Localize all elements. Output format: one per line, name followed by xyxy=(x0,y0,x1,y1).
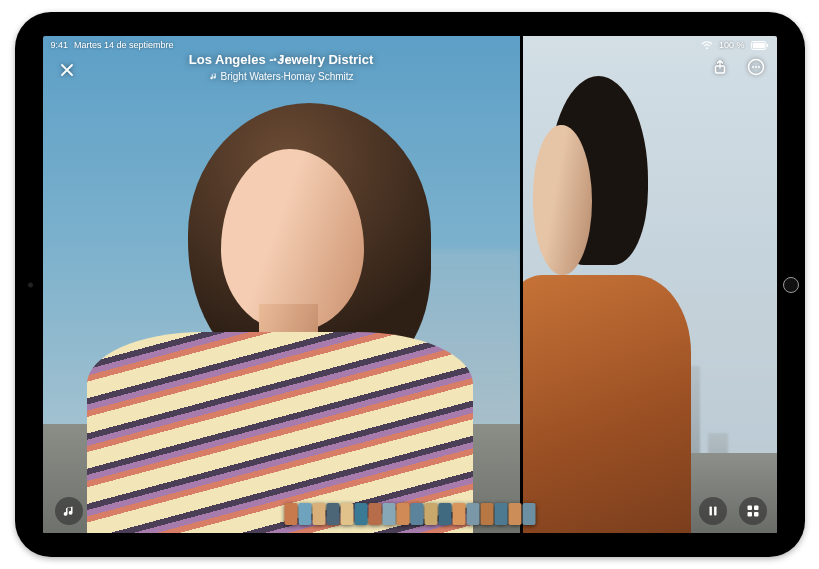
pause-button[interactable] xyxy=(699,497,727,525)
svg-point-3 xyxy=(755,66,757,68)
front-camera-dot xyxy=(28,282,33,287)
close-button[interactable] xyxy=(55,58,79,82)
grid-button[interactable] xyxy=(739,497,767,525)
svg-rect-14 xyxy=(766,44,768,47)
svg-rect-10 xyxy=(754,512,759,517)
home-button[interactable] xyxy=(783,277,799,293)
memory-thumbnail-strip[interactable] xyxy=(284,503,535,525)
memory-title-block[interactable]: Los Angeles - Jewelry District Bright Wa… xyxy=(43,52,520,85)
memory-music-label: Bright Waters·Homay Schmitz xyxy=(209,71,354,82)
status-time: 9:41 xyxy=(51,40,69,50)
note-icon xyxy=(209,72,218,81)
thumbnail[interactable] xyxy=(494,503,507,525)
share-icon xyxy=(712,59,728,75)
status-battery-text: 100 % xyxy=(719,40,745,50)
wifi-icon xyxy=(701,41,713,50)
battery-icon xyxy=(751,41,769,50)
thumbnail[interactable] xyxy=(508,503,521,525)
svg-point-2 xyxy=(752,66,754,68)
thumbnail[interactable] xyxy=(368,503,381,525)
status-bar: 9:41 Martes 14 de septiembre 100 % xyxy=(43,36,777,52)
thumbnail[interactable] xyxy=(480,503,493,525)
share-button[interactable] xyxy=(709,56,731,78)
thumbnail[interactable] xyxy=(382,503,395,525)
memory-photo-left[interactable]: Los Angeles - Jewelry District Bright Wa… xyxy=(43,36,520,533)
thumbnail[interactable] xyxy=(452,503,465,525)
pause-icon xyxy=(707,505,719,517)
memory-photo-right[interactable] xyxy=(523,36,777,533)
screen: Los Angeles - Jewelry District Bright Wa… xyxy=(43,36,777,533)
thumbnail[interactable] xyxy=(284,503,297,525)
svg-rect-9 xyxy=(747,512,752,517)
thumbnail[interactable] xyxy=(312,503,325,525)
thumbnail[interactable] xyxy=(298,503,311,525)
thumbnail[interactable] xyxy=(424,503,437,525)
svg-rect-13 xyxy=(752,42,764,47)
thumbnail[interactable] xyxy=(522,503,535,525)
close-icon xyxy=(59,62,75,78)
svg-rect-6 xyxy=(714,507,716,516)
svg-point-11 xyxy=(706,47,708,49)
drag-handle-icon xyxy=(274,58,289,61)
grid-icon xyxy=(746,504,760,518)
svg-point-4 xyxy=(758,66,760,68)
svg-rect-5 xyxy=(709,507,711,516)
music-button[interactable] xyxy=(55,497,83,525)
more-button[interactable] xyxy=(745,56,767,78)
thumbnail[interactable] xyxy=(466,503,479,525)
thumbnail[interactable] xyxy=(410,503,423,525)
thumbnail[interactable] xyxy=(396,503,409,525)
thumbnail[interactable] xyxy=(354,503,367,525)
more-icon xyxy=(747,58,765,76)
ipad-frame: Los Angeles - Jewelry District Bright Wa… xyxy=(15,12,805,557)
svg-rect-7 xyxy=(747,506,752,511)
svg-rect-8 xyxy=(754,506,759,511)
thumbnail[interactable] xyxy=(326,503,339,525)
thumbnail[interactable] xyxy=(438,503,451,525)
thumbnail[interactable] xyxy=(340,503,353,525)
music-icon xyxy=(62,504,76,518)
status-date: Martes 14 de septiembre xyxy=(74,40,174,50)
